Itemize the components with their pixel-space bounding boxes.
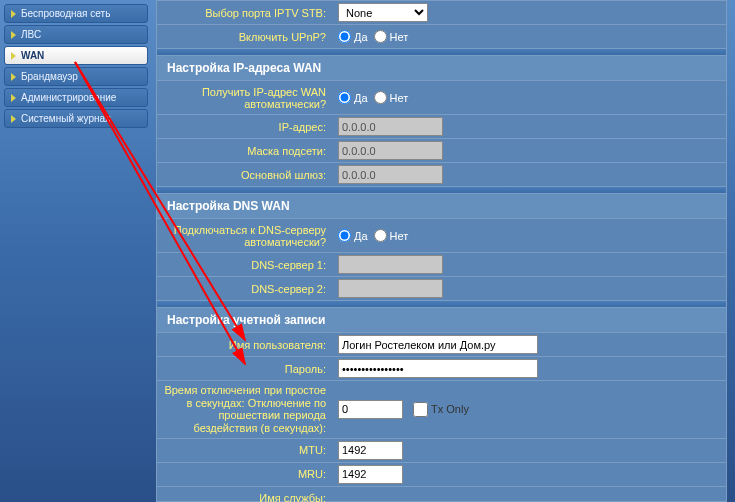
sidebar-item-label: Администрирование — [21, 92, 116, 103]
tx-only-checkbox[interactable]: Tx Only — [413, 402, 469, 417]
sidebar-item-wireless[interactable]: Беспроводная сеть — [4, 4, 148, 23]
ip-address-input — [338, 117, 443, 136]
sidebar-item-lan[interactable]: ЛВС — [4, 25, 148, 44]
iptv-port-select[interactable]: None — [338, 3, 428, 22]
dns-auto-yes-radio[interactable]: Да — [338, 229, 368, 242]
mru-input[interactable] — [338, 465, 403, 484]
sidebar-item-label: Системный журнал — [21, 113, 111, 124]
dns1-label: DNS-сервер 1: — [157, 256, 332, 274]
dns-auto-no-radio[interactable]: Нет — [374, 229, 409, 242]
idle-timeout-label: Время отключения при простое в секундах:… — [157, 381, 332, 438]
password-label: Пароль: — [157, 360, 332, 378]
gateway-input — [338, 165, 443, 184]
wan-ip-auto-no-radio[interactable]: Нет — [374, 91, 409, 104]
chevron-right-icon — [11, 52, 16, 60]
dns-header: Настройка DNS WAN — [157, 193, 726, 219]
mru-label: MRU: — [157, 465, 332, 483]
chevron-right-icon — [11, 31, 16, 39]
service-name-label: Имя службы: — [157, 489, 332, 502]
password-input[interactable] — [338, 359, 538, 378]
upnp-label: Включить UPnP? — [157, 28, 332, 46]
iptv-port-label: Выбор порта IPTV STB: — [157, 4, 332, 22]
sidebar-item-label: Беспроводная сеть — [21, 8, 110, 19]
sidebar-item-label: Брандмауэр — [21, 71, 78, 82]
subnet-mask-label: Маска подсети: — [157, 142, 332, 160]
sidebar-item-wan[interactable]: WAN — [4, 46, 148, 65]
chevron-right-icon — [11, 73, 16, 81]
wan-ip-auto-yes-radio[interactable]: Да — [338, 91, 368, 104]
mtu-label: MTU: — [157, 441, 332, 459]
ip-address-label: IP-адрес: — [157, 118, 332, 136]
sidebar-item-syslog[interactable]: Системный журнал — [4, 109, 148, 128]
dns2-input — [338, 279, 443, 298]
username-label: Имя пользователя: — [157, 336, 332, 354]
wan-ip-auto-label: Получить IP-адрес WAN автоматически? — [157, 83, 332, 113]
sidebar-item-label: WAN — [21, 50, 44, 61]
wan-ip-header: Настройка IP-адреса WAN — [157, 55, 726, 81]
chevron-right-icon — [11, 94, 16, 102]
dns1-input — [338, 255, 443, 274]
mtu-input[interactable] — [338, 441, 403, 460]
main-content: Выбор порта IPTV STB: None Включить UPnP… — [152, 0, 735, 502]
username-input[interactable] — [338, 335, 538, 354]
idle-timeout-input[interactable] — [338, 400, 403, 419]
sidebar-item-label: ЛВС — [21, 29, 41, 40]
dns2-label: DNS-сервер 2: — [157, 280, 332, 298]
sidebar: Беспроводная сеть ЛВС WAN Брандмауэр Адм… — [0, 0, 152, 502]
gateway-label: Основной шлюз: — [157, 166, 332, 184]
account-header: Настройка учетной записи — [157, 307, 726, 333]
sidebar-item-admin[interactable]: Администрирование — [4, 88, 148, 107]
sidebar-item-firewall[interactable]: Брандмауэр — [4, 67, 148, 86]
dns-auto-label: Подключаться к DNS-серверу автоматически… — [157, 221, 332, 251]
upnp-yes-radio[interactable]: Да — [338, 30, 368, 43]
chevron-right-icon — [11, 10, 16, 18]
chevron-right-icon — [11, 115, 16, 123]
upnp-no-radio[interactable]: Нет — [374, 30, 409, 43]
subnet-mask-input — [338, 141, 443, 160]
